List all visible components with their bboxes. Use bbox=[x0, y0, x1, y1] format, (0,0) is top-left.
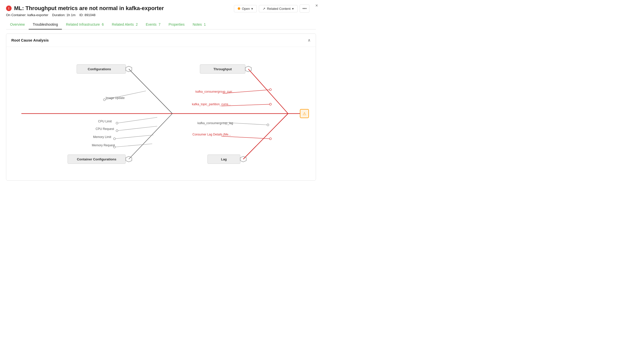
svg-text:kafka_consumergroup_curr...: kafka_consumergroup_curr... bbox=[195, 90, 234, 93]
svg-text:CPU Limit: CPU Limit bbox=[98, 120, 112, 123]
svg-point-44 bbox=[269, 138, 271, 140]
tab-events[interactable]: Events 7 bbox=[142, 20, 165, 29]
collapse-button[interactable]: ∧ bbox=[308, 38, 311, 43]
svg-line-23 bbox=[114, 144, 152, 147]
external-link-icon: ↗ bbox=[263, 7, 265, 11]
svg-point-41 bbox=[267, 124, 269, 126]
svg-line-9 bbox=[129, 69, 172, 114]
svg-text:⚠: ⚠ bbox=[303, 112, 306, 116]
related-content-label: Related Content bbox=[267, 7, 291, 11]
related-content-button[interactable]: ↗ Related Content ▾ bbox=[259, 5, 298, 12]
svg-text:Container Configurations: Container Configurations bbox=[77, 157, 116, 161]
tab-notes[interactable]: Notes 1 bbox=[189, 20, 210, 29]
tab-related-infrastructure[interactable]: Related Infrastructure 6 bbox=[62, 20, 108, 29]
id-value: 891048 bbox=[85, 13, 95, 17]
svg-text:Lag: Lag bbox=[221, 157, 227, 161]
container-name: kafka-exporter bbox=[27, 13, 48, 17]
svg-text:Image Update: Image Update bbox=[106, 96, 125, 100]
main-content: Root Cause Analysis ∧ ⚠ Configurations bbox=[0, 29, 322, 185]
subtitle: On Container: kafka-exporter Duration: 1… bbox=[6, 13, 316, 17]
svg-text:Memory Request: Memory Request bbox=[92, 144, 115, 147]
on-container-label: On Container: bbox=[6, 13, 26, 17]
svg-text:Configurations: Configurations bbox=[88, 67, 111, 71]
svg-text:kafka_consumergroup_lag: kafka_consumergroup_lag bbox=[197, 121, 233, 125]
svg-point-38 bbox=[269, 103, 271, 105]
duration-label: Duration: bbox=[52, 13, 65, 17]
open-chevron-icon: ▾ bbox=[251, 7, 253, 11]
close-button[interactable]: × bbox=[315, 3, 318, 8]
svg-point-18 bbox=[116, 130, 118, 132]
more-actions-button[interactable]: ••• bbox=[300, 5, 309, 13]
svg-text:Consumer Lag Details (Me...: Consumer Lag Details (Me... bbox=[192, 133, 231, 136]
svg-line-20 bbox=[114, 135, 153, 139]
nav-tabs: Overview Troubleshooting Related Infrast… bbox=[6, 20, 316, 29]
card-title: Root Cause Analysis bbox=[11, 38, 49, 42]
svg-line-32 bbox=[248, 69, 288, 114]
tab-troubleshooting[interactable]: Troubleshooting bbox=[29, 20, 62, 29]
page-title: ML: Throughput metrics are not normal in… bbox=[14, 5, 164, 12]
svg-text:Throughput: Throughput bbox=[214, 67, 232, 71]
svg-line-33 bbox=[243, 114, 288, 159]
open-button[interactable]: Open ▾ bbox=[234, 5, 257, 12]
tab-related-alerts[interactable]: Related Alerts 2 bbox=[108, 20, 142, 29]
alert-icon: ! bbox=[6, 6, 12, 11]
related-content-chevron-icon: ▾ bbox=[292, 7, 294, 11]
svg-text:kafka_topic_partition_curre...: kafka_topic_partition_curre... bbox=[192, 102, 231, 106]
open-label: Open bbox=[242, 7, 250, 11]
svg-line-17 bbox=[117, 126, 157, 131]
svg-point-21 bbox=[113, 138, 115, 140]
card-header: Root Cause Analysis ∧ bbox=[6, 34, 316, 47]
duration-value: 1h 1m bbox=[66, 13, 75, 17]
svg-point-35 bbox=[269, 89, 271, 91]
id-label: ID: bbox=[79, 13, 84, 17]
fishbone-diagram: ⚠ Configurations Container Configuration… bbox=[6, 49, 316, 178]
tab-properties[interactable]: Properties bbox=[165, 20, 189, 29]
svg-point-15 bbox=[116, 122, 118, 124]
header-actions: Open ▾ ↗ Related Content ▾ ••• bbox=[234, 5, 309, 13]
tab-overview[interactable]: Overview bbox=[6, 20, 29, 29]
svg-point-12 bbox=[103, 99, 105, 101]
svg-line-43 bbox=[221, 136, 270, 139]
svg-text:Memory Limit: Memory Limit bbox=[93, 135, 111, 139]
svg-text:CPU Request: CPU Request bbox=[96, 127, 114, 131]
open-status-dot bbox=[238, 7, 240, 10]
root-cause-card: Root Cause Analysis ∧ ⚠ Configurations bbox=[6, 33, 316, 181]
card-body: ⚠ Configurations Container Configuration… bbox=[6, 47, 316, 180]
svg-line-14 bbox=[117, 117, 157, 123]
